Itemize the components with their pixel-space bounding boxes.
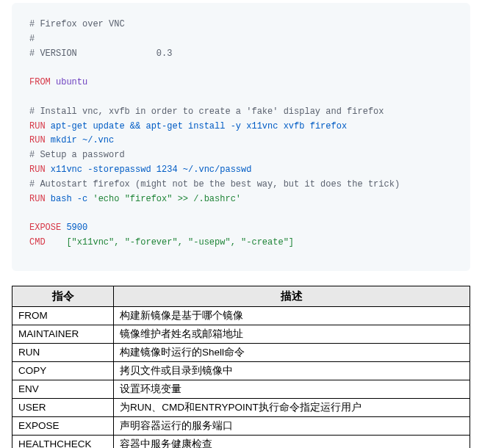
dockerfile-reference-table: 指令 描述 FROM构建新镜像是基于哪个镜像MAINTAINER镜像维护者姓名或… — [12, 286, 470, 448]
dockerfile-reference-table-wrap: 指令 描述 FROM构建新镜像是基于哪个镜像MAINTAINER镜像维护者姓名或… — [12, 286, 470, 448]
table-cell-command: FROM — [12, 306, 114, 325]
code-number: 1234 — [157, 165, 178, 175]
table-cell-description: 镜像维护者姓名或邮箱地址 — [114, 325, 470, 343]
table-cell-command: MAINTAINER — [12, 325, 114, 343]
code-string: 'echo "firefox" >> /.bashrc' — [87, 194, 241, 204]
code-keyword-run: RUN — [29, 165, 46, 175]
table-cell-description: 声明容器运行的服务端口 — [114, 416, 470, 435]
table-header-command: 指令 — [12, 286, 114, 306]
code-comment: # Autostart firefox (might not be the be… — [29, 179, 400, 189]
code-array: ["x11vnc", "-forever", "-usepw", "-creat… — [66, 237, 294, 248]
table-header-row: 指令 描述 — [12, 286, 470, 306]
code-command: ~/.vnc/passwd — [178, 165, 252, 175]
code-comment: # VERSION — [29, 48, 157, 59]
dockerfile-code-block: # Firefox over VNC # # VERSION 0.3 FROM … — [12, 3, 470, 271]
code-flag: -c — [77, 194, 87, 204]
table-row: COPY拷贝文件或目录到镜像中 — [12, 361, 470, 380]
code-comment: # Install vnc, xvfb in order to create a… — [29, 106, 384, 117]
table-row: ENV设置环境变量 — [12, 380, 470, 398]
table-cell-command: COPY — [12, 361, 114, 380]
code-keyword-from: FROM — [29, 77, 51, 87]
code-comment: # Firefox over VNC — [29, 19, 125, 29]
code-command: x11vnc -storepasswd — [51, 165, 157, 175]
code-keyword-run: RUN — [29, 194, 46, 204]
table-cell-command: USER — [12, 398, 114, 416]
table-cell-description: 设置环境变量 — [114, 380, 470, 398]
table-cell-description: 容器中服务健康检查 — [114, 435, 470, 448]
table-cell-description: 为RUN、CMD和ENTRYPOINT执行命令指定运行用户 — [114, 398, 470, 416]
table-cell-command: ENV — [12, 380, 114, 398]
code-command: mkdir ~/.vnc — [51, 135, 114, 145]
table-cell-command: RUN — [12, 343, 114, 361]
table-cell-command: EXPOSE — [12, 416, 114, 435]
table-row: RUN构建镜像时运行的Shell命令 — [12, 343, 470, 361]
code-command: bash — [51, 194, 77, 204]
table-cell-description: 拷贝文件或目录到镜像中 — [114, 361, 470, 380]
code-keyword-cmd: CMD — [29, 237, 46, 248]
table-header-description: 描述 — [114, 286, 470, 306]
code-command: apt-get update && apt-get install — [51, 121, 231, 131]
code-command: x11vnc xvfb firefox — [241, 121, 347, 131]
table-row: HEALTHCHECK容器中服务健康检查 — [12, 435, 470, 448]
table-cell-command: HEALTHCHECK — [12, 435, 114, 448]
code-keyword-run: RUN — [29, 135, 46, 145]
code-comment: # — [29, 34, 35, 44]
table-cell-description: 构建新镜像是基于哪个镜像 — [114, 306, 470, 325]
code-number: 5900 — [66, 223, 87, 233]
code-comment: # Setup a password — [29, 150, 125, 160]
code-image-name: ubuntu — [56, 77, 87, 87]
code-keyword-expose: EXPOSE — [29, 223, 61, 233]
table-row: EXPOSE声明容器运行的服务端口 — [12, 416, 470, 435]
code-flag: -y — [231, 121, 241, 131]
code-version: 0.3 — [157, 48, 173, 59]
table-row: FROM构建新镜像是基于哪个镜像 — [12, 306, 470, 325]
table-row: MAINTAINER镜像维护者姓名或邮箱地址 — [12, 325, 470, 343]
table-row: USER为RUN、CMD和ENTRYPOINT执行命令指定运行用户 — [12, 398, 470, 416]
code-keyword-run: RUN — [29, 121, 46, 131]
table-cell-description: 构建镜像时运行的Shell命令 — [114, 343, 470, 361]
